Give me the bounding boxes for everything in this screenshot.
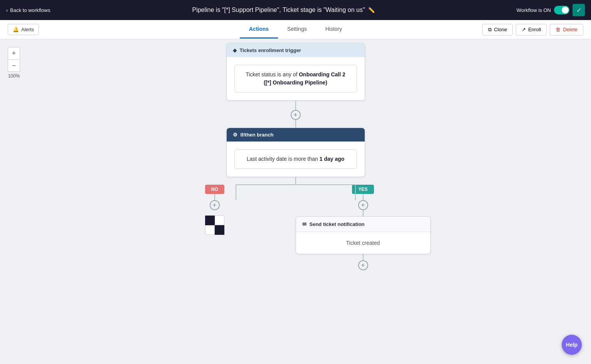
zoom-out-button[interactable]: − — [8, 59, 20, 72]
connector-right-3 — [363, 254, 364, 260]
tab-settings-label: Settings — [287, 26, 307, 32]
branch-condition-text: Last activity date is more than 1 day ag… — [247, 156, 345, 162]
add-step-1[interactable]: + — [291, 110, 301, 120]
clone-label: Clone — [494, 27, 507, 32]
workflow-toggle-area: Workflow is ON ✓ — [517, 4, 585, 16]
nav-tabs: Actions Settings History — [240, 20, 352, 39]
trigger-condition-text: Ticket status is any of Onboarding Call … — [246, 71, 345, 86]
branch-header: ⚙ If/then branch — [227, 128, 365, 142]
branch-card[interactable]: ⚙ If/then branch Last activity date is m… — [226, 128, 365, 177]
branch-body: Last activity date is more than 1 day ag… — [227, 142, 365, 177]
enroll-button[interactable]: ↗ Enroll — [516, 24, 547, 35]
enroll-label: Enroll — [528, 27, 541, 32]
delete-icon: 🗑 — [556, 27, 561, 32]
back-arrow-icon: ‹ — [6, 7, 8, 13]
connector-1 — [295, 101, 296, 110]
alerts-label: Alerts — [21, 27, 34, 32]
zoom-in-button[interactable]: + — [8, 47, 20, 59]
branch-icon: ⚙ — [233, 132, 237, 138]
clone-icon: ⧉ — [488, 27, 492, 33]
nav-actions: ⧉ Clone ↗ Enroll 🗑 Delete — [482, 24, 583, 35]
help-button[interactable]: Help — [562, 335, 582, 355]
confirm-button[interactable]: ✓ — [572, 4, 585, 16]
trigger-header: ◆ Tickets enrollment trigger — [227, 44, 365, 57]
trigger-condition: Ticket status is any of Onboarding Call … — [234, 65, 357, 93]
branch-svg — [161, 177, 431, 254]
zoom-controls: + − 100% — [8, 47, 20, 79]
trigger-header-label: Tickets enrollment trigger — [240, 47, 301, 53]
header: ‹ Back to workflows Pipeline is "[*] Sup… — [0, 0, 591, 20]
tab-actions[interactable]: Actions — [240, 20, 278, 39]
tab-actions-label: Actions — [249, 26, 269, 32]
clone-button[interactable]: ⧉ Clone — [482, 24, 513, 35]
trigger-body: Ticket status is any of Onboarding Call … — [227, 57, 365, 100]
delete-button[interactable]: 🗑 Delete — [550, 24, 583, 35]
enroll-icon: ↗ — [522, 27, 526, 32]
trigger-card[interactable]: ◆ Tickets enrollment trigger Ticket stat… — [226, 43, 365, 101]
tab-history[interactable]: History — [316, 20, 352, 39]
tab-history-label: History — [325, 26, 342, 32]
branch-header-label: If/then branch — [241, 132, 274, 138]
trigger-icon: ◆ — [233, 47, 237, 53]
navbar: 🔔 Alerts Actions Settings History ⧉ Clon… — [0, 20, 591, 39]
edit-icon[interactable]: ✏️ — [368, 7, 375, 13]
workflow-toggle[interactable] — [554, 6, 569, 14]
tab-settings[interactable]: Settings — [278, 20, 316, 39]
flow-container: ◆ Tickets enrollment trigger Ticket stat… — [161, 43, 431, 270]
back-button[interactable]: ‹ Back to workflows — [6, 7, 50, 13]
delete-label: Delete — [563, 27, 578, 32]
zoom-level: 100% — [8, 73, 20, 79]
workflow-status-label: Workflow is ON — [517, 7, 551, 13]
branch-condition: Last activity date is more than 1 day ag… — [234, 149, 357, 169]
back-label: Back to workflows — [10, 7, 50, 13]
help-label: Help — [566, 342, 578, 348]
header-title: Pipeline is "[*] Support Pipeline", Tick… — [55, 7, 512, 13]
add-step-after-notification[interactable]: + — [358, 260, 368, 270]
alerts-button[interactable]: 🔔 Alerts — [8, 24, 39, 35]
workflow-title: Pipeline is "[*] Support Pipeline", Tick… — [192, 7, 365, 13]
canvas: + − 100% ◆ Tickets enrollment trigger Ti… — [0, 39, 591, 364]
connector-2 — [295, 120, 296, 128]
alert-icon: 🔔 — [13, 27, 19, 32]
